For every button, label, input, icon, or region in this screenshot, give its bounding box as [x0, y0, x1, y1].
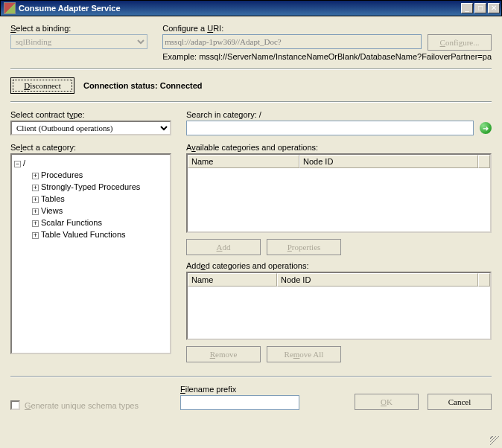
category-label: Select a category: — [10, 143, 171, 152]
added-col-nodeid[interactable]: Node ID — [277, 273, 478, 287]
uri-label: Configure a URI: — [162, 24, 492, 33]
resize-grip-icon[interactable] — [490, 436, 501, 447]
tree-item[interactable]: +Table Valued Functions — [32, 228, 168, 240]
expand-icon[interactable]: + — [32, 220, 39, 227]
tree-item[interactable]: +Procedures — [32, 169, 168, 181]
added-listview[interactable]: Name Node ID — [186, 272, 492, 340]
contract-type-select[interactable]: Client (Outbound operations) — [10, 121, 171, 135]
expand-icon[interactable]: + — [32, 208, 39, 215]
collapse-icon[interactable]: − — [14, 161, 21, 167]
filename-prefix-input[interactable] — [180, 395, 299, 410]
search-label: Search in category: / — [186, 110, 492, 119]
close-button[interactable]: ✕ — [488, 3, 500, 13]
binding-select: sqlBinding — [10, 34, 147, 49]
tree-root[interactable]: −/ — [14, 157, 168, 169]
search-input[interactable] — [186, 121, 474, 135]
configure-button: Configure... — [428, 34, 492, 51]
ok-button: OK — [355, 394, 419, 410]
tree-item[interactable]: +Tables — [32, 193, 168, 205]
available-col-nodeid[interactable]: Node ID — [299, 155, 478, 168]
available-col-name[interactable]: Name — [188, 155, 299, 168]
maximize-button[interactable]: □ — [474, 3, 486, 13]
minimize-button[interactable]: _ — [461, 3, 473, 13]
expand-icon[interactable]: + — [32, 232, 39, 239]
tree-item[interactable]: +Scalar Functions — [32, 217, 168, 228]
generate-unique-label: Generate unique schema types — [25, 401, 139, 410]
window-title: Consume Adapter Service — [19, 4, 460, 13]
remove-button: Remove — [186, 346, 261, 362]
tree-item[interactable]: +Views — [32, 205, 168, 217]
window-buttons: _ □ ✕ — [460, 3, 500, 13]
available-label: Available categories and operations: — [186, 143, 492, 152]
connection-status-label: Connection status: Connected — [83, 81, 203, 90]
add-button: Add — [186, 239, 261, 255]
category-tree[interactable]: −/ +Procedures+Strongly-Typed Procedures… — [10, 153, 171, 354]
expand-icon[interactable]: + — [32, 173, 39, 179]
disconnect-button[interactable]: Disconnect — [10, 77, 74, 94]
uri-example: Example: mssql://ServerName/InstanceName… — [162, 52, 492, 61]
generate-unique-checkbox — [10, 400, 20, 410]
available-col-spacer — [478, 155, 490, 168]
cancel-button[interactable]: Cancel — [428, 394, 492, 410]
remove-all-button: Remove All — [267, 346, 341, 362]
added-label: Added categories and operations: — [186, 261, 492, 270]
available-listview[interactable]: Name Node ID — [186, 153, 492, 233]
app-icon — [4, 2, 16, 14]
added-col-spacer — [478, 273, 490, 287]
expand-icon[interactable]: + — [32, 196, 39, 203]
filename-prefix-label: Filename prefix — [180, 385, 299, 394]
title-bar: Consume Adapter Service _ □ ✕ — [0, 0, 502, 16]
added-col-name[interactable]: Name — [188, 273, 277, 287]
contract-type-label: Select contract type: — [10, 110, 171, 119]
properties-button: Properties — [267, 239, 341, 255]
expand-icon[interactable]: + — [32, 185, 39, 191]
binding-label: Select a binding: — [10, 24, 147, 33]
uri-input — [162, 34, 422, 49]
search-go-icon[interactable]: ➜ — [480, 122, 492, 134]
tree-item[interactable]: +Strongly-Typed Procedures — [32, 181, 168, 193]
